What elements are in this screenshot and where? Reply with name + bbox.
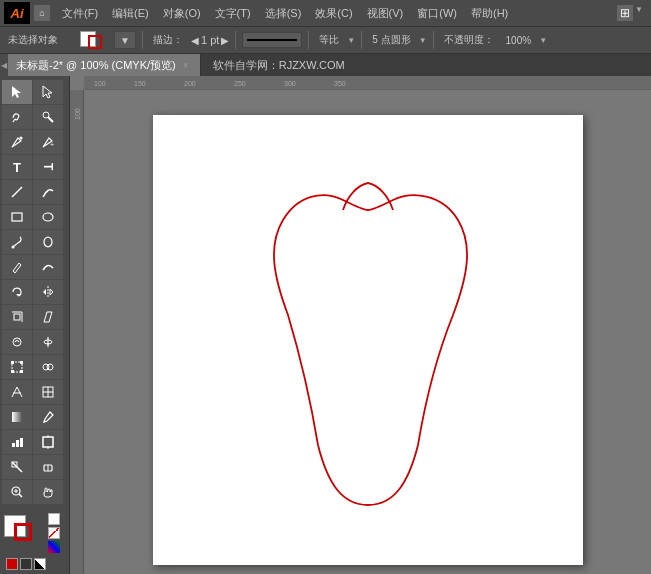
- sep1: [142, 31, 143, 49]
- selection-tool[interactable]: [2, 80, 32, 104]
- width-tool[interactable]: [33, 330, 63, 354]
- website-label: 软件自学网：RJZXW.COM: [201, 54, 357, 76]
- rect-tool[interactable]: [2, 205, 32, 229]
- menu-edit[interactable]: 编辑(E): [108, 4, 153, 23]
- opacity-value: 100%: [502, 33, 536, 48]
- tool-row-5: [2, 180, 67, 204]
- ellipse-tool[interactable]: [33, 205, 63, 229]
- eraser-tool[interactable]: [33, 455, 63, 479]
- tool-row-4: T T: [2, 155, 67, 179]
- shear-tool[interactable]: [33, 305, 63, 329]
- fill-none-btn[interactable]: [48, 513, 60, 525]
- menu-effect[interactable]: 效果(C): [311, 4, 356, 23]
- dark-color-btn[interactable]: [20, 558, 32, 570]
- drawing-canvas[interactable]: [84, 90, 651, 574]
- rotate-tool[interactable]: [2, 280, 32, 304]
- svg-point-9: [43, 213, 53, 221]
- snap-up-icon[interactable]: ▶: [221, 35, 229, 46]
- snap-down-icon[interactable]: ◀: [191, 35, 199, 46]
- svg-text:100: 100: [94, 80, 106, 87]
- vertical-type-tool[interactable]: T: [33, 155, 63, 179]
- stroke-color-indicator[interactable]: [78, 29, 110, 51]
- bw-color-btn[interactable]: [34, 558, 46, 570]
- no-selection-label: 未选择对象: [4, 31, 74, 49]
- shape-builder-tool[interactable]: [33, 355, 63, 379]
- sep5: [433, 31, 434, 49]
- smooth-tool[interactable]: [33, 255, 63, 279]
- svg-point-10: [12, 246, 15, 249]
- tab-title: 未标题-2* @ 100% (CMYK/预览): [16, 58, 176, 73]
- lasso-tool[interactable]: [2, 105, 32, 129]
- free-transform-tool[interactable]: [2, 355, 32, 379]
- svg-marker-15: [50, 289, 53, 295]
- svg-rect-26: [20, 370, 23, 373]
- mesh-tool[interactable]: [33, 380, 63, 404]
- home-icon[interactable]: ⌂: [34, 5, 50, 21]
- stroke-options-btn[interactable]: ▼: [114, 31, 136, 49]
- eyedropper-tool[interactable]: [33, 405, 63, 429]
- reflect-tool[interactable]: [33, 280, 63, 304]
- artboard-tool[interactable]: [33, 430, 63, 454]
- gradient-btn[interactable]: [48, 541, 60, 553]
- column-graph-tool[interactable]: [2, 430, 32, 454]
- svg-text:200: 200: [184, 80, 196, 87]
- brush-tool[interactable]: [2, 230, 32, 254]
- point-shape-arrow[interactable]: ▼: [419, 36, 427, 45]
- line-style-preview[interactable]: [242, 32, 302, 48]
- stroke-swatch[interactable]: [14, 523, 32, 541]
- magic-wand-tool[interactable]: [33, 105, 63, 129]
- menu-view[interactable]: 视图(V): [363, 4, 408, 23]
- svg-marker-1: [43, 86, 52, 98]
- menu-object[interactable]: 对象(O): [159, 4, 205, 23]
- blob-brush-tool[interactable]: [33, 230, 63, 254]
- svg-rect-16: [14, 314, 20, 320]
- sep4: [361, 31, 362, 49]
- color-swatches: [2, 509, 67, 574]
- pencil-tool[interactable]: [2, 255, 32, 279]
- svg-line-2: [13, 119, 15, 122]
- scale-arrow[interactable]: ▼: [347, 36, 355, 45]
- menu-help[interactable]: 帮助(H): [467, 4, 512, 23]
- warp-tool[interactable]: [2, 330, 32, 354]
- svg-text:350: 350: [334, 80, 346, 87]
- tab-close-btn[interactable]: ×: [180, 59, 192, 71]
- tool-row-2: [2, 105, 67, 129]
- point-shape: 5 点圆形: [368, 31, 414, 49]
- gradient-tool[interactable]: [2, 405, 32, 429]
- line-tool[interactable]: [2, 180, 32, 204]
- tool-row-12: [2, 355, 67, 379]
- drawing-svg: [153, 115, 583, 565]
- svg-point-4: [43, 112, 49, 118]
- scale-tool[interactable]: [2, 305, 32, 329]
- menu-dropdown-arrow[interactable]: ▼: [635, 5, 643, 21]
- no-color-btn[interactable]: [48, 527, 60, 539]
- svg-rect-38: [16, 440, 19, 447]
- red-color-btn[interactable]: [6, 558, 18, 570]
- swatch-container: [4, 515, 44, 551]
- tool-row-14: [2, 405, 67, 429]
- left-toolbar: + T T: [0, 76, 70, 574]
- menu-window[interactable]: 窗口(W): [413, 4, 461, 23]
- document-tab[interactable]: 未标题-2* @ 100% (CMYK/预览) ×: [8, 54, 201, 76]
- zoom-tool[interactable]: [2, 480, 32, 504]
- opacity-arrow[interactable]: ▼: [539, 36, 547, 45]
- hand-tool[interactable]: [33, 480, 63, 504]
- svg-rect-23: [11, 361, 14, 364]
- grid-icon[interactable]: ⊞: [617, 5, 633, 21]
- menu-type[interactable]: 文字(T): [211, 4, 255, 23]
- tab-scroll-left[interactable]: ◀: [0, 54, 8, 76]
- svg-marker-14: [43, 289, 46, 295]
- tool-row-3: +: [2, 130, 67, 154]
- arc-tool[interactable]: [33, 180, 63, 204]
- menu-file[interactable]: 文件(F): [58, 4, 102, 23]
- svg-point-36: [44, 421, 46, 423]
- menu-select[interactable]: 选择(S): [261, 4, 306, 23]
- pen-tool[interactable]: [2, 130, 32, 154]
- slice-tool[interactable]: [2, 455, 32, 479]
- direct-selection-tool[interactable]: [33, 80, 63, 104]
- svg-line-3: [48, 117, 53, 122]
- type-tool[interactable]: T: [2, 155, 32, 179]
- svg-point-28: [47, 364, 53, 370]
- perspective-grid-tool[interactable]: [2, 380, 32, 404]
- anchor-tool[interactable]: +: [33, 130, 63, 154]
